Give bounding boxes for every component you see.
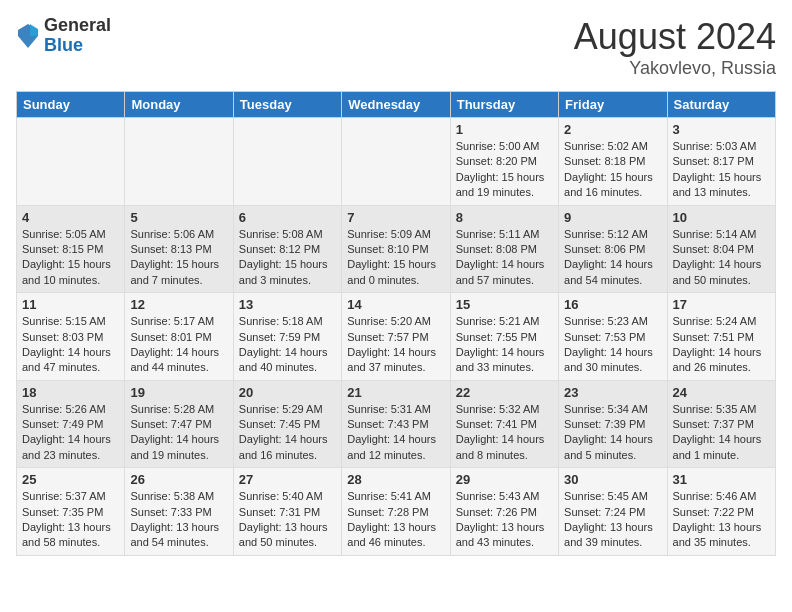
day-number: 4: [22, 210, 119, 225]
day-info: Sunrise: 5:21 AM Sunset: 7:55 PM Dayligh…: [456, 314, 553, 376]
calendar-day-cell: 22Sunrise: 5:32 AM Sunset: 7:41 PM Dayli…: [450, 380, 558, 468]
logo-general-text: General: [44, 16, 111, 36]
day-info: Sunrise: 5:40 AM Sunset: 7:31 PM Dayligh…: [239, 489, 336, 551]
calendar-empty-cell: [233, 118, 341, 206]
calendar-empty-cell: [125, 118, 233, 206]
calendar-day-cell: 11Sunrise: 5:15 AM Sunset: 8:03 PM Dayli…: [17, 293, 125, 381]
day-info: Sunrise: 5:32 AM Sunset: 7:41 PM Dayligh…: [456, 402, 553, 464]
day-info: Sunrise: 5:05 AM Sunset: 8:15 PM Dayligh…: [22, 227, 119, 289]
day-number: 26: [130, 472, 227, 487]
title-block: August 2024 Yakovlevo, Russia: [574, 16, 776, 79]
calendar-day-cell: 18Sunrise: 5:26 AM Sunset: 7:49 PM Dayli…: [17, 380, 125, 468]
header-monday: Monday: [125, 92, 233, 118]
calendar-week-row: 25Sunrise: 5:37 AM Sunset: 7:35 PM Dayli…: [17, 468, 776, 556]
day-number: 20: [239, 385, 336, 400]
day-number: 8: [456, 210, 553, 225]
day-info: Sunrise: 5:09 AM Sunset: 8:10 PM Dayligh…: [347, 227, 444, 289]
day-info: Sunrise: 5:12 AM Sunset: 8:06 PM Dayligh…: [564, 227, 661, 289]
calendar-day-cell: 2Sunrise: 5:02 AM Sunset: 8:18 PM Daylig…: [559, 118, 667, 206]
calendar-week-row: 4Sunrise: 5:05 AM Sunset: 8:15 PM Daylig…: [17, 205, 776, 293]
day-number: 9: [564, 210, 661, 225]
day-number: 25: [22, 472, 119, 487]
calendar-day-cell: 16Sunrise: 5:23 AM Sunset: 7:53 PM Dayli…: [559, 293, 667, 381]
day-info: Sunrise: 5:28 AM Sunset: 7:47 PM Dayligh…: [130, 402, 227, 464]
calendar-day-cell: 7Sunrise: 5:09 AM Sunset: 8:10 PM Daylig…: [342, 205, 450, 293]
day-info: Sunrise: 5:15 AM Sunset: 8:03 PM Dayligh…: [22, 314, 119, 376]
calendar-week-row: 11Sunrise: 5:15 AM Sunset: 8:03 PM Dayli…: [17, 293, 776, 381]
calendar-week-row: 1Sunrise: 5:00 AM Sunset: 8:20 PM Daylig…: [17, 118, 776, 206]
calendar-day-cell: 17Sunrise: 5:24 AM Sunset: 7:51 PM Dayli…: [667, 293, 775, 381]
day-number: 31: [673, 472, 770, 487]
day-info: Sunrise: 5:18 AM Sunset: 7:59 PM Dayligh…: [239, 314, 336, 376]
header-friday: Friday: [559, 92, 667, 118]
day-number: 11: [22, 297, 119, 312]
calendar-day-cell: 13Sunrise: 5:18 AM Sunset: 7:59 PM Dayli…: [233, 293, 341, 381]
day-info: Sunrise: 5:11 AM Sunset: 8:08 PM Dayligh…: [456, 227, 553, 289]
calendar-day-cell: 9Sunrise: 5:12 AM Sunset: 8:06 PM Daylig…: [559, 205, 667, 293]
calendar-day-cell: 26Sunrise: 5:38 AM Sunset: 7:33 PM Dayli…: [125, 468, 233, 556]
day-info: Sunrise: 5:23 AM Sunset: 7:53 PM Dayligh…: [564, 314, 661, 376]
day-number: 30: [564, 472, 661, 487]
day-number: 7: [347, 210, 444, 225]
calendar-empty-cell: [342, 118, 450, 206]
day-info: Sunrise: 5:38 AM Sunset: 7:33 PM Dayligh…: [130, 489, 227, 551]
day-info: Sunrise: 5:45 AM Sunset: 7:24 PM Dayligh…: [564, 489, 661, 551]
day-number: 2: [564, 122, 661, 137]
calendar-day-cell: 23Sunrise: 5:34 AM Sunset: 7:39 PM Dayli…: [559, 380, 667, 468]
day-info: Sunrise: 5:37 AM Sunset: 7:35 PM Dayligh…: [22, 489, 119, 551]
day-info: Sunrise: 5:46 AM Sunset: 7:22 PM Dayligh…: [673, 489, 770, 551]
day-info: Sunrise: 5:08 AM Sunset: 8:12 PM Dayligh…: [239, 227, 336, 289]
day-number: 14: [347, 297, 444, 312]
day-info: Sunrise: 5:03 AM Sunset: 8:17 PM Dayligh…: [673, 139, 770, 201]
calendar-day-cell: 27Sunrise: 5:40 AM Sunset: 7:31 PM Dayli…: [233, 468, 341, 556]
header-thursday: Thursday: [450, 92, 558, 118]
calendar-day-cell: 15Sunrise: 5:21 AM Sunset: 7:55 PM Dayli…: [450, 293, 558, 381]
day-info: Sunrise: 5:00 AM Sunset: 8:20 PM Dayligh…: [456, 139, 553, 201]
calendar-day-cell: 3Sunrise: 5:03 AM Sunset: 8:17 PM Daylig…: [667, 118, 775, 206]
day-number: 1: [456, 122, 553, 137]
calendar-day-cell: 6Sunrise: 5:08 AM Sunset: 8:12 PM Daylig…: [233, 205, 341, 293]
day-info: Sunrise: 5:43 AM Sunset: 7:26 PM Dayligh…: [456, 489, 553, 551]
calendar-day-cell: 12Sunrise: 5:17 AM Sunset: 8:01 PM Dayli…: [125, 293, 233, 381]
day-number: 28: [347, 472, 444, 487]
logo-text: General Blue: [44, 16, 111, 56]
day-number: 18: [22, 385, 119, 400]
day-info: Sunrise: 5:02 AM Sunset: 8:18 PM Dayligh…: [564, 139, 661, 201]
day-number: 24: [673, 385, 770, 400]
day-info: Sunrise: 5:14 AM Sunset: 8:04 PM Dayligh…: [673, 227, 770, 289]
calendar-day-cell: 14Sunrise: 5:20 AM Sunset: 7:57 PM Dayli…: [342, 293, 450, 381]
calendar-header-row: SundayMondayTuesdayWednesdayThursdayFrid…: [17, 92, 776, 118]
day-info: Sunrise: 5:31 AM Sunset: 7:43 PM Dayligh…: [347, 402, 444, 464]
day-info: Sunrise: 5:34 AM Sunset: 7:39 PM Dayligh…: [564, 402, 661, 464]
day-number: 27: [239, 472, 336, 487]
calendar-day-cell: 19Sunrise: 5:28 AM Sunset: 7:47 PM Dayli…: [125, 380, 233, 468]
day-info: Sunrise: 5:35 AM Sunset: 7:37 PM Dayligh…: [673, 402, 770, 464]
day-number: 17: [673, 297, 770, 312]
day-number: 15: [456, 297, 553, 312]
day-number: 19: [130, 385, 227, 400]
header-tuesday: Tuesday: [233, 92, 341, 118]
day-number: 29: [456, 472, 553, 487]
day-number: 5: [130, 210, 227, 225]
calendar-day-cell: 4Sunrise: 5:05 AM Sunset: 8:15 PM Daylig…: [17, 205, 125, 293]
calendar-day-cell: 1Sunrise: 5:00 AM Sunset: 8:20 PM Daylig…: [450, 118, 558, 206]
header-saturday: Saturday: [667, 92, 775, 118]
calendar-day-cell: 31Sunrise: 5:46 AM Sunset: 7:22 PM Dayli…: [667, 468, 775, 556]
day-number: 21: [347, 385, 444, 400]
day-number: 16: [564, 297, 661, 312]
calendar-table: SundayMondayTuesdayWednesdayThursdayFrid…: [16, 91, 776, 556]
day-info: Sunrise: 5:17 AM Sunset: 8:01 PM Dayligh…: [130, 314, 227, 376]
calendar-empty-cell: [17, 118, 125, 206]
logo: General Blue: [16, 16, 111, 56]
calendar-day-cell: 8Sunrise: 5:11 AM Sunset: 8:08 PM Daylig…: [450, 205, 558, 293]
month-title: August 2024: [574, 16, 776, 58]
calendar-day-cell: 25Sunrise: 5:37 AM Sunset: 7:35 PM Dayli…: [17, 468, 125, 556]
calendar-day-cell: 10Sunrise: 5:14 AM Sunset: 8:04 PM Dayli…: [667, 205, 775, 293]
day-number: 13: [239, 297, 336, 312]
calendar-day-cell: 30Sunrise: 5:45 AM Sunset: 7:24 PM Dayli…: [559, 468, 667, 556]
calendar-day-cell: 20Sunrise: 5:29 AM Sunset: 7:45 PM Dayli…: [233, 380, 341, 468]
logo-blue-text: Blue: [44, 36, 111, 56]
day-info: Sunrise: 5:06 AM Sunset: 8:13 PM Dayligh…: [130, 227, 227, 289]
day-info: Sunrise: 5:24 AM Sunset: 7:51 PM Dayligh…: [673, 314, 770, 376]
page-header: General Blue August 2024 Yakovlevo, Russ…: [16, 16, 776, 79]
